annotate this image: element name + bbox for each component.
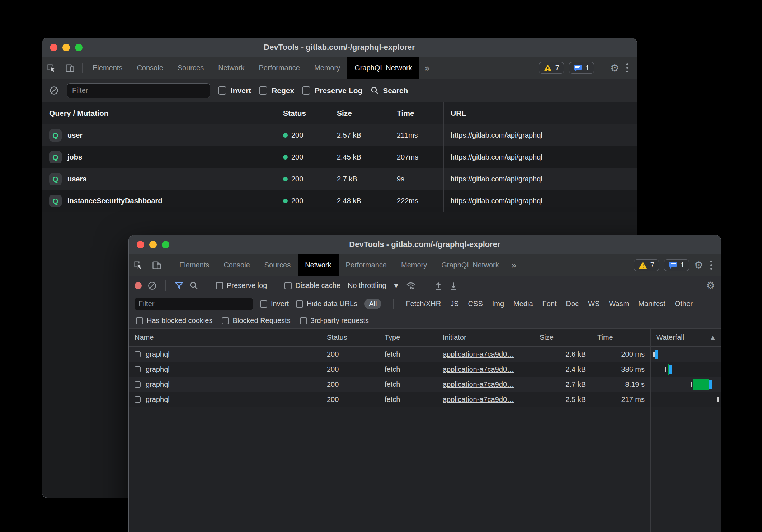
warnings-badge[interactable]: 7 [539,62,564,74]
initiator-link[interactable]: application-a7ca9d0… [443,350,514,358]
column-header-time[interactable]: Time [390,102,443,124]
minimize-window-button[interactable] [149,241,157,248]
messages-badge[interactable]: 1 [569,62,594,74]
more-tabs-icon[interactable]: » [506,254,522,276]
minimize-window-button[interactable] [62,44,70,51]
table-row[interactable]: graphql 200 fetch application-a7ca9d0… 2… [129,392,721,407]
table-row[interactable]: graphql 200 fetch application-a7ca9d0… 2… [129,377,721,392]
zoom-window-button[interactable] [75,44,83,51]
inspect-element-icon[interactable] [129,254,147,276]
tab-performance[interactable]: Performance [252,57,307,79]
filter-input[interactable] [135,298,253,310]
more-tabs-icon[interactable]: » [419,57,435,79]
column-header-time[interactable]: Time [592,329,650,346]
warnings-badge[interactable]: 7 [634,259,659,271]
search-icon[interactable] [189,281,198,290]
tab-memory[interactable]: Memory [394,254,434,276]
preserve-log-checkbox[interactable]: Preserve Log [302,86,362,95]
table-row[interactable]: graphql 200 fetch application-a7ca9d0… 2… [129,347,721,362]
close-window-button[interactable] [137,241,144,248]
third-party-requests-checkbox[interactable]: 3rd-party requests [300,317,369,325]
zoom-window-button[interactable] [162,241,169,248]
initiator-link[interactable]: application-a7ca9d0… [443,380,514,389]
device-toolbar-icon[interactable] [147,254,166,276]
column-header-url[interactable]: URL [443,102,637,124]
column-header-name[interactable]: Name [129,329,321,346]
throttling-dropdown[interactable]: No throttling ▼ [346,281,400,290]
filter-type-img[interactable]: Img [492,300,504,308]
tab-performance[interactable]: Performance [339,254,394,276]
settings-gear-icon[interactable]: ⚙ [610,63,619,73]
filter-type-all[interactable]: All [364,299,381,309]
filter-type-doc[interactable]: Doc [566,300,579,308]
column-header-status[interactable]: Status [321,329,379,346]
inspect-element-icon[interactable] [42,57,61,79]
filter-type-media[interactable]: Media [513,300,533,308]
column-header-initiator[interactable]: Initiator [437,329,534,346]
filter-type-manifest[interactable]: Manifest [638,300,665,308]
hide-data-urls-checkbox[interactable]: Hide data URLs [296,300,357,308]
table-row[interactable]: QinstanceSecurityDashboard 200 2.48 kB 2… [42,190,637,212]
close-window-button[interactable] [50,44,57,51]
search-button[interactable]: Search [370,86,408,95]
row-checkbox[interactable] [135,381,141,388]
titlebar[interactable]: DevTools - gitlab.com/-/graphql-explorer [42,38,637,57]
table-row[interactable]: Quser 200 2.57 kB 211ms https://gitlab.c… [42,124,637,146]
tab-elements[interactable]: Elements [172,254,216,276]
column-header-type[interactable]: Type [379,329,437,346]
column-header-size[interactable]: Size [330,102,390,124]
export-har-icon[interactable] [434,281,443,290]
kebab-menu-icon[interactable] [624,63,630,72]
tab-elements[interactable]: Elements [85,57,130,79]
messages-badge[interactable]: 1 [664,259,689,271]
initiator-link[interactable]: application-a7ca9d0… [443,365,514,374]
kebab-menu-icon[interactable] [708,261,714,270]
row-checkbox[interactable] [135,351,141,357]
filter-type-css[interactable]: CSS [468,300,483,308]
filter-type-fetch-xhr[interactable]: Fetch/XHR [406,300,441,308]
column-header-waterfall[interactable]: Waterfall ▲ [650,329,721,346]
tab-console[interactable]: Console [130,57,170,79]
invert-checkbox[interactable]: Invert [218,86,251,95]
table-row[interactable]: Qusers 200 2.7 kB 9s https://gitlab.com/… [42,168,637,190]
filter-type-font[interactable]: Font [542,300,557,308]
blocked-requests-checkbox[interactable]: Blocked Requests [222,317,290,325]
filter-type-ws[interactable]: WS [588,300,599,308]
column-header-query-mutation[interactable]: Query / Mutation [42,102,276,124]
device-toolbar-icon[interactable] [61,57,79,79]
clear-icon[interactable] [147,281,157,290]
record-network-log-button[interactable] [135,282,142,289]
import-har-icon[interactable] [449,281,458,290]
row-checkbox[interactable] [135,396,141,403]
invert-checkbox[interactable]: Invert [260,300,289,308]
devtools-window-network[interactable]: DevTools - gitlab.com/-/graphql-explorer… [128,235,721,532]
has-blocked-cookies-checkbox[interactable]: Has blocked cookies [136,317,212,325]
row-checkbox[interactable] [135,366,141,372]
filter-type-js[interactable]: JS [450,300,458,308]
table-row[interactable]: graphql 200 fetch application-a7ca9d0… 2… [129,362,721,377]
clear-icon[interactable] [49,86,59,95]
table-row[interactable]: Qjobs 200 2.45 kB 207ms https://gitlab.c… [42,146,637,168]
settings-gear-icon[interactable]: ⚙ [694,260,703,270]
tab-sources[interactable]: Sources [170,57,211,79]
network-settings-gear-icon[interactable]: ⚙ [706,281,715,291]
initiator-link[interactable]: application-a7ca9d0… [443,395,514,404]
filter-type-wasm[interactable]: Wasm [609,300,629,308]
tab-network[interactable]: Network [211,57,251,79]
tab-sources[interactable]: Sources [257,254,298,276]
column-header-size[interactable]: Size [534,329,592,346]
titlebar[interactable]: DevTools - gitlab.com/-/graphql-explorer [129,235,721,254]
preserve-log-checkbox[interactable]: Preserve log [216,281,267,290]
tab-memory[interactable]: Memory [307,57,347,79]
network-conditions-icon[interactable] [405,281,416,290]
tab-console[interactable]: Console [216,254,257,276]
tab-network[interactable]: Network [298,254,338,276]
column-header-status[interactable]: Status [276,102,330,124]
tab-graphql-network[interactable]: GraphQL Network [434,254,506,276]
disable-cache-checkbox[interactable]: Disable cache [284,281,340,290]
tab-graphql-network[interactable]: GraphQL Network [347,57,419,79]
regex-checkbox[interactable]: Regex [259,86,294,95]
filter-input[interactable] [67,83,210,98]
filter-funnel-icon[interactable] [174,281,184,290]
filter-type-other[interactable]: Other [675,300,693,308]
